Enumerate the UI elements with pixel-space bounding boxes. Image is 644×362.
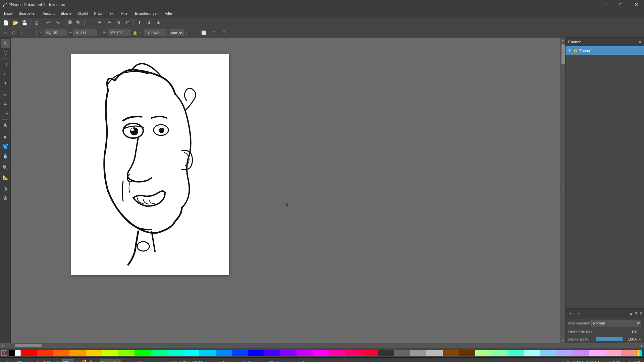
transform-btn-4[interactable]: ⊟ xyxy=(220,28,228,37)
color-hot-pink[interactable] xyxy=(345,350,362,356)
layer-lock-toggle[interactable]: 🔒 xyxy=(573,48,578,53)
calligraphy-tool[interactable]: 〰 xyxy=(1,109,10,118)
node-tool[interactable]: ⬡ xyxy=(1,48,10,57)
undo-button[interactable]: ↩ xyxy=(44,18,52,27)
color-yellow-green[interactable] xyxy=(102,350,118,356)
open-button[interactable]: 📂 xyxy=(11,18,19,27)
maximize-button[interactable]: □ xyxy=(613,0,629,9)
menu-ansicht[interactable]: Ansicht xyxy=(40,11,57,16)
scroll-down-btn[interactable]: ▼ xyxy=(561,339,565,343)
save-button[interactable]: 💾 xyxy=(20,18,29,27)
new-button[interactable]: 📄 xyxy=(1,18,10,27)
select-tool[interactable]: ↖ xyxy=(1,39,10,48)
color-green-cyan[interactable] xyxy=(151,350,167,356)
canvas-area[interactable] xyxy=(11,38,560,343)
transform-btn-2[interactable]: ⬜ xyxy=(200,28,208,37)
color-pink[interactable] xyxy=(329,350,345,356)
align-center-button[interactable]: ☰ xyxy=(95,18,104,27)
snap-toggle-icon[interactable]: ⚡ xyxy=(88,360,93,362)
import-button[interactable]: ⬇ xyxy=(145,18,153,27)
panel-resize-handle[interactable]: ⋮ xyxy=(561,184,565,189)
close-button[interactable]: ✕ xyxy=(629,0,644,9)
color-violet[interactable] xyxy=(280,350,297,356)
menu-bearbeiten[interactable]: Bearbeiten xyxy=(16,11,39,16)
color-blue-violet[interactable] xyxy=(264,350,280,356)
y-input[interactable] xyxy=(73,29,97,36)
no-fill-button[interactable]: ✕ xyxy=(1,350,7,356)
x-input[interactable] xyxy=(44,29,67,36)
menu-pfad[interactable]: Pfad xyxy=(92,11,105,16)
vertical-scrollbar[interactable]: ▲ ▼ ⋮ xyxy=(560,38,565,343)
color-light-rose[interactable] xyxy=(605,350,621,356)
color-yellow[interactable] xyxy=(86,350,102,356)
color-blue-light[interactable] xyxy=(216,350,232,356)
layers-move-down-btn[interactable]: ▼ xyxy=(634,311,638,316)
color-light-cyan[interactable] xyxy=(183,350,199,356)
color-blue[interactable] xyxy=(232,350,248,356)
zoom-in-button[interactable]: 🔎 xyxy=(65,18,73,27)
color-brown[interactable] xyxy=(443,350,459,356)
zoom-out-button[interactable]: 🔍 xyxy=(74,18,83,27)
blend-mode-select[interactable]: Normal Multiplizieren Abwedeln Überlager… xyxy=(591,320,641,326)
menu-erweiterungen[interactable]: Erweiterungen xyxy=(132,11,161,16)
unit-selector[interactable]: mm px cm in xyxy=(169,29,184,36)
color-lime[interactable] xyxy=(118,350,134,356)
align-justify-button[interactable]: ⊞ xyxy=(114,18,123,27)
color-light-pink[interactable] xyxy=(589,350,605,356)
color-powder-blue[interactable] xyxy=(540,350,556,356)
remove-layer-button[interactable]: − xyxy=(576,310,582,317)
select-all-btn[interactable]: ↖ xyxy=(2,29,9,37)
transform-btn-1[interactable]: ⬛ xyxy=(190,28,198,37)
paint-tool[interactable]: 🪣 xyxy=(1,142,10,151)
color-salmon[interactable] xyxy=(621,350,637,356)
layers-options-btn[interactable]: ≡ xyxy=(640,311,642,316)
color-mint[interactable] xyxy=(491,350,507,356)
connector-tool[interactable]: ⊕ xyxy=(1,184,10,193)
color-aqua[interactable] xyxy=(507,350,524,356)
vertical-scroll-thumb[interactable] xyxy=(561,44,565,64)
align-left-button[interactable]: ⬛ xyxy=(86,18,95,27)
menu-objekt[interactable]: Objekt xyxy=(75,11,91,16)
horizontal-scroll-thumb[interactable] xyxy=(15,344,42,347)
zoom-tool-btn[interactable]: ↔ xyxy=(26,29,34,37)
text-tool[interactable]: A xyxy=(1,121,10,130)
print-button[interactable]: 🖨 xyxy=(32,18,41,27)
layer-visibility-toggle[interactable]: 👁 xyxy=(568,48,572,53)
h-input[interactable] xyxy=(144,29,167,36)
rect-tool[interactable]: □ xyxy=(1,60,10,69)
color-sky[interactable] xyxy=(199,350,215,356)
horizontal-scrollbar[interactable]: ◀ ▶ xyxy=(0,343,644,348)
color-black[interactable] xyxy=(9,350,15,356)
redo-button[interactable]: ↪ xyxy=(53,18,62,27)
color-green[interactable] xyxy=(135,350,151,356)
pen-tool[interactable]: ✒ xyxy=(1,100,10,109)
layers-move-up-btn[interactable]: ▲ xyxy=(629,311,633,316)
color-rose[interactable] xyxy=(362,350,378,356)
layers-close-button[interactable]: × xyxy=(639,39,641,45)
menu-datei[interactable]: Datei xyxy=(1,11,15,16)
pencil-tool[interactable]: ✏ xyxy=(1,90,10,99)
menu-ebene[interactable]: Ebene xyxy=(58,11,74,16)
color-red[interactable] xyxy=(21,350,37,356)
menu-filter[interactable]: Filter xyxy=(118,11,131,16)
color-light-green2[interactable] xyxy=(475,350,491,356)
color-periwinkle[interactable] xyxy=(556,350,572,356)
blur-plus-btn[interactable]: + xyxy=(639,329,641,335)
tweak-tool-btn[interactable]: ↕ xyxy=(18,29,25,37)
minimize-button[interactable]: ─ xyxy=(598,0,613,9)
align-distribute-button[interactable]: ⊟ xyxy=(123,18,132,27)
current-layer-selector[interactable]: Ebene 1 xyxy=(100,359,121,362)
lock-icon[interactable]: 🔒 xyxy=(132,31,138,35)
color-gray-mid[interactable] xyxy=(394,350,410,356)
gradient-tool[interactable]: ■ xyxy=(1,133,10,141)
scroll-right-btn[interactable]: ▶ xyxy=(639,343,644,348)
color-orange[interactable] xyxy=(53,350,69,356)
menu-hilfe[interactable]: Hilfe xyxy=(162,11,175,16)
color-brown-dark[interactable] xyxy=(459,350,475,356)
measure-tool[interactable]: 📐 xyxy=(1,173,10,181)
zoom-tool[interactable]: 🔍 xyxy=(1,163,10,172)
color-white[interactable] xyxy=(15,350,21,356)
add-layer-button[interactable]: + xyxy=(568,310,574,317)
color-orange-red[interactable] xyxy=(37,350,53,356)
transform-btn-3[interactable]: ⊞ xyxy=(210,28,218,37)
